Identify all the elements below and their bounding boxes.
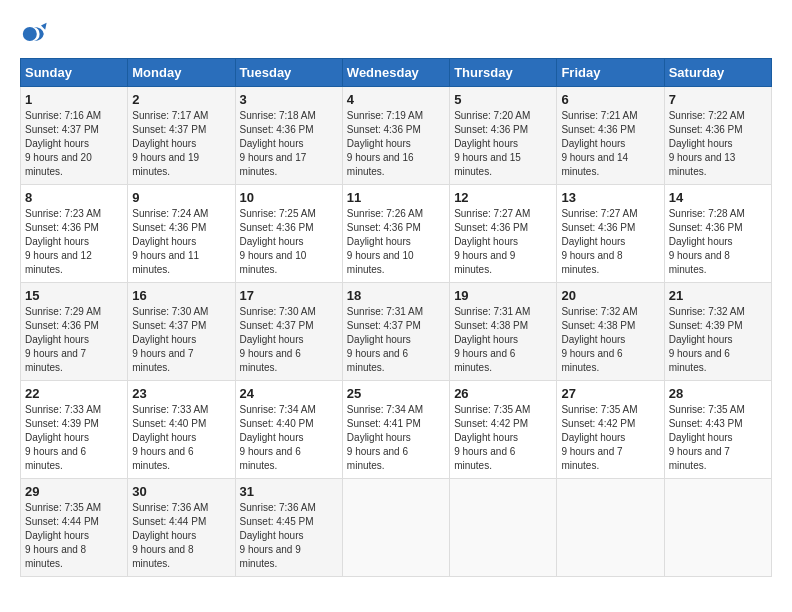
day-info: Sunrise: 7:26 AM Sunset: 4:36 PM Dayligh… bbox=[347, 207, 445, 277]
day-info: Sunrise: 7:21 AM Sunset: 4:36 PM Dayligh… bbox=[561, 109, 659, 179]
day-number: 19 bbox=[454, 288, 552, 303]
day-number: 15 bbox=[25, 288, 123, 303]
day-number: 30 bbox=[132, 484, 230, 499]
calendar-day-cell: 15 Sunrise: 7:29 AM Sunset: 4:36 PM Dayl… bbox=[21, 283, 128, 381]
calendar-day-cell: 27 Sunrise: 7:35 AM Sunset: 4:42 PM Dayl… bbox=[557, 381, 664, 479]
day-info: Sunrise: 7:35 AM Sunset: 4:42 PM Dayligh… bbox=[561, 403, 659, 473]
day-number: 1 bbox=[25, 92, 123, 107]
day-info: Sunrise: 7:20 AM Sunset: 4:36 PM Dayligh… bbox=[454, 109, 552, 179]
calendar-day-cell: 10 Sunrise: 7:25 AM Sunset: 4:36 PM Dayl… bbox=[235, 185, 342, 283]
day-info: Sunrise: 7:35 AM Sunset: 4:43 PM Dayligh… bbox=[669, 403, 767, 473]
day-info: Sunrise: 7:29 AM Sunset: 4:36 PM Dayligh… bbox=[25, 305, 123, 375]
day-info: Sunrise: 7:33 AM Sunset: 4:40 PM Dayligh… bbox=[132, 403, 230, 473]
day-number: 11 bbox=[347, 190, 445, 205]
calendar-week-row: 22 Sunrise: 7:33 AM Sunset: 4:39 PM Dayl… bbox=[21, 381, 772, 479]
calendar-header-row: SundayMondayTuesdayWednesdayThursdayFrid… bbox=[21, 59, 772, 87]
day-info: Sunrise: 7:18 AM Sunset: 4:36 PM Dayligh… bbox=[240, 109, 338, 179]
day-of-week-header: Monday bbox=[128, 59, 235, 87]
day-info: Sunrise: 7:19 AM Sunset: 4:36 PM Dayligh… bbox=[347, 109, 445, 179]
day-info: Sunrise: 7:27 AM Sunset: 4:36 PM Dayligh… bbox=[561, 207, 659, 277]
day-number: 2 bbox=[132, 92, 230, 107]
calendar-day-cell: 31 Sunrise: 7:36 AM Sunset: 4:45 PM Dayl… bbox=[235, 479, 342, 577]
calendar-day-cell: 4 Sunrise: 7:19 AM Sunset: 4:36 PM Dayli… bbox=[342, 87, 449, 185]
day-info: Sunrise: 7:30 AM Sunset: 4:37 PM Dayligh… bbox=[240, 305, 338, 375]
calendar-day-cell: 5 Sunrise: 7:20 AM Sunset: 4:36 PM Dayli… bbox=[450, 87, 557, 185]
calendar-day-cell bbox=[664, 479, 771, 577]
day-info: Sunrise: 7:36 AM Sunset: 4:44 PM Dayligh… bbox=[132, 501, 230, 571]
day-number: 6 bbox=[561, 92, 659, 107]
day-of-week-header: Saturday bbox=[664, 59, 771, 87]
day-info: Sunrise: 7:35 AM Sunset: 4:44 PM Dayligh… bbox=[25, 501, 123, 571]
logo bbox=[20, 20, 52, 48]
day-number: 29 bbox=[25, 484, 123, 499]
calendar-day-cell: 24 Sunrise: 7:34 AM Sunset: 4:40 PM Dayl… bbox=[235, 381, 342, 479]
day-number: 20 bbox=[561, 288, 659, 303]
day-number: 18 bbox=[347, 288, 445, 303]
day-number: 23 bbox=[132, 386, 230, 401]
day-of-week-header: Friday bbox=[557, 59, 664, 87]
day-number: 21 bbox=[669, 288, 767, 303]
calendar-week-row: 15 Sunrise: 7:29 AM Sunset: 4:36 PM Dayl… bbox=[21, 283, 772, 381]
page-header bbox=[20, 20, 772, 48]
calendar-day-cell: 30 Sunrise: 7:36 AM Sunset: 4:44 PM Dayl… bbox=[128, 479, 235, 577]
calendar-day-cell: 20 Sunrise: 7:32 AM Sunset: 4:38 PM Dayl… bbox=[557, 283, 664, 381]
calendar-day-cell: 11 Sunrise: 7:26 AM Sunset: 4:36 PM Dayl… bbox=[342, 185, 449, 283]
day-info: Sunrise: 7:31 AM Sunset: 4:38 PM Dayligh… bbox=[454, 305, 552, 375]
calendar-week-row: 29 Sunrise: 7:35 AM Sunset: 4:44 PM Dayl… bbox=[21, 479, 772, 577]
day-number: 14 bbox=[669, 190, 767, 205]
day-number: 13 bbox=[561, 190, 659, 205]
day-info: Sunrise: 7:16 AM Sunset: 4:37 PM Dayligh… bbox=[25, 109, 123, 179]
calendar-day-cell: 14 Sunrise: 7:28 AM Sunset: 4:36 PM Dayl… bbox=[664, 185, 771, 283]
calendar-day-cell: 28 Sunrise: 7:35 AM Sunset: 4:43 PM Dayl… bbox=[664, 381, 771, 479]
day-number: 27 bbox=[561, 386, 659, 401]
day-info: Sunrise: 7:35 AM Sunset: 4:42 PM Dayligh… bbox=[454, 403, 552, 473]
calendar-day-cell bbox=[557, 479, 664, 577]
day-number: 25 bbox=[347, 386, 445, 401]
calendar-day-cell bbox=[342, 479, 449, 577]
day-number: 5 bbox=[454, 92, 552, 107]
day-number: 28 bbox=[669, 386, 767, 401]
day-number: 12 bbox=[454, 190, 552, 205]
calendar-week-row: 1 Sunrise: 7:16 AM Sunset: 4:37 PM Dayli… bbox=[21, 87, 772, 185]
day-of-week-header: Wednesday bbox=[342, 59, 449, 87]
calendar-day-cell: 16 Sunrise: 7:30 AM Sunset: 4:37 PM Dayl… bbox=[128, 283, 235, 381]
calendar-day-cell: 13 Sunrise: 7:27 AM Sunset: 4:36 PM Dayl… bbox=[557, 185, 664, 283]
day-info: Sunrise: 7:22 AM Sunset: 4:36 PM Dayligh… bbox=[669, 109, 767, 179]
day-info: Sunrise: 7:24 AM Sunset: 4:36 PM Dayligh… bbox=[132, 207, 230, 277]
day-number: 8 bbox=[25, 190, 123, 205]
calendar-day-cell: 1 Sunrise: 7:16 AM Sunset: 4:37 PM Dayli… bbox=[21, 87, 128, 185]
calendar-day-cell: 2 Sunrise: 7:17 AM Sunset: 4:37 PM Dayli… bbox=[128, 87, 235, 185]
calendar-day-cell: 21 Sunrise: 7:32 AM Sunset: 4:39 PM Dayl… bbox=[664, 283, 771, 381]
day-info: Sunrise: 7:36 AM Sunset: 4:45 PM Dayligh… bbox=[240, 501, 338, 571]
calendar-day-cell: 3 Sunrise: 7:18 AM Sunset: 4:36 PM Dayli… bbox=[235, 87, 342, 185]
day-info: Sunrise: 7:30 AM Sunset: 4:37 PM Dayligh… bbox=[132, 305, 230, 375]
day-number: 9 bbox=[132, 190, 230, 205]
day-number: 10 bbox=[240, 190, 338, 205]
calendar-day-cell bbox=[450, 479, 557, 577]
calendar-day-cell: 8 Sunrise: 7:23 AM Sunset: 4:36 PM Dayli… bbox=[21, 185, 128, 283]
day-info: Sunrise: 7:25 AM Sunset: 4:36 PM Dayligh… bbox=[240, 207, 338, 277]
calendar-day-cell: 7 Sunrise: 7:22 AM Sunset: 4:36 PM Dayli… bbox=[664, 87, 771, 185]
day-info: Sunrise: 7:28 AM Sunset: 4:36 PM Dayligh… bbox=[669, 207, 767, 277]
day-number: 22 bbox=[25, 386, 123, 401]
calendar-day-cell: 23 Sunrise: 7:33 AM Sunset: 4:40 PM Dayl… bbox=[128, 381, 235, 479]
day-number: 16 bbox=[132, 288, 230, 303]
day-of-week-header: Thursday bbox=[450, 59, 557, 87]
day-info: Sunrise: 7:17 AM Sunset: 4:37 PM Dayligh… bbox=[132, 109, 230, 179]
day-info: Sunrise: 7:32 AM Sunset: 4:39 PM Dayligh… bbox=[669, 305, 767, 375]
calendar-day-cell: 18 Sunrise: 7:31 AM Sunset: 4:37 PM Dayl… bbox=[342, 283, 449, 381]
calendar-day-cell: 22 Sunrise: 7:33 AM Sunset: 4:39 PM Dayl… bbox=[21, 381, 128, 479]
day-number: 31 bbox=[240, 484, 338, 499]
calendar-day-cell: 6 Sunrise: 7:21 AM Sunset: 4:36 PM Dayli… bbox=[557, 87, 664, 185]
day-number: 17 bbox=[240, 288, 338, 303]
day-info: Sunrise: 7:33 AM Sunset: 4:39 PM Dayligh… bbox=[25, 403, 123, 473]
day-number: 26 bbox=[454, 386, 552, 401]
day-info: Sunrise: 7:34 AM Sunset: 4:40 PM Dayligh… bbox=[240, 403, 338, 473]
day-number: 7 bbox=[669, 92, 767, 107]
calendar-day-cell: 9 Sunrise: 7:24 AM Sunset: 4:36 PM Dayli… bbox=[128, 185, 235, 283]
calendar-day-cell: 25 Sunrise: 7:34 AM Sunset: 4:41 PM Dayl… bbox=[342, 381, 449, 479]
calendar-day-cell: 29 Sunrise: 7:35 AM Sunset: 4:44 PM Dayl… bbox=[21, 479, 128, 577]
day-number: 3 bbox=[240, 92, 338, 107]
calendar-day-cell: 12 Sunrise: 7:27 AM Sunset: 4:36 PM Dayl… bbox=[450, 185, 557, 283]
calendar-day-cell: 19 Sunrise: 7:31 AM Sunset: 4:38 PM Dayl… bbox=[450, 283, 557, 381]
